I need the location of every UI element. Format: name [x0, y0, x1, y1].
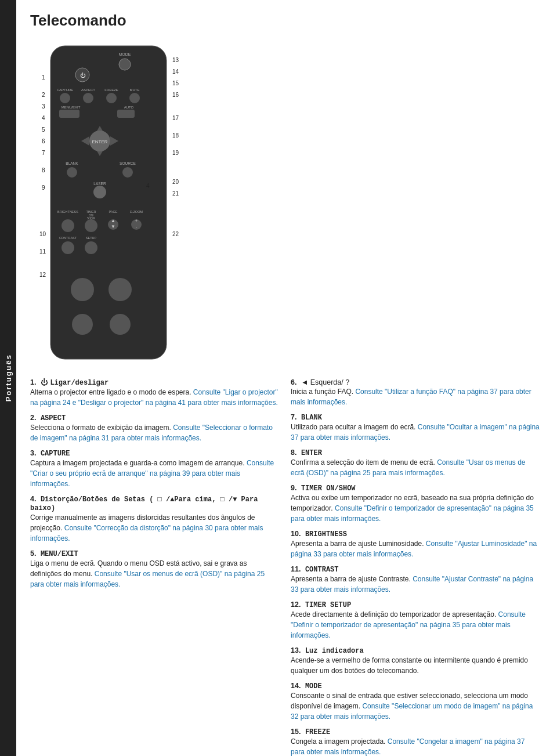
svg-point-32	[83, 93, 93, 103]
desc-label-5: MENU/EXIT	[41, 550, 78, 558]
svg-text:13: 13	[172, 57, 179, 63]
svg-text:19: 19	[172, 150, 179, 156]
desc-num-5: 5.	[30, 549, 36, 558]
desc-item-12: 12. TIMER SETUP Acede directamente à def…	[291, 601, 540, 641]
desc-item-1: 1. ⏻ Ligar/desligar Alterna o projector …	[30, 378, 279, 408]
svg-text:PAGE: PAGE	[109, 210, 118, 214]
svg-point-47	[67, 167, 77, 178]
svg-point-68	[62, 241, 74, 254]
svg-text:15: 15	[172, 80, 179, 86]
svg-point-71	[108, 278, 132, 301]
desc-item-11: 11. CONTRAST Apresenta a barra de ajuste…	[291, 565, 540, 595]
desc-item-7: 7. BLANK Utilizado para ocultar a imagem…	[291, 413, 540, 443]
desc-label-2: ASPECT	[41, 414, 66, 422]
desc-item-14: 14. MODE Consoante o sinal de entrada qu…	[291, 682, 540, 722]
desc-num-1: 1.	[30, 378, 36, 386]
svg-text:D.ZOOM: D.ZOOM	[130, 210, 143, 214]
svg-text:8: 8	[42, 167, 45, 173]
desc-body-5: Liga o menu de ecrã. Quando o menu OSD e…	[30, 559, 265, 588]
svg-text:SOURCE: SOURCE	[120, 161, 136, 165]
desc-item-15: 15. FREEZE Congela a imagem projectada. …	[291, 728, 540, 756]
svg-rect-37	[59, 110, 79, 118]
svg-text:AUTO: AUTO	[124, 106, 134, 109]
svg-text:18: 18	[172, 132, 179, 139]
desc-link-4[interactable]: Consulte "Correcção da distorção" na pág…	[30, 524, 263, 542]
svg-text:+: +	[135, 218, 138, 223]
svg-text:4: 4	[146, 183, 150, 189]
svg-text:17: 17	[172, 115, 179, 121]
svg-text:MUTE: MUTE	[130, 88, 140, 92]
svg-point-33	[106, 93, 117, 103]
desc-item-4: 4. Distorção/Botões de Setas ( □ /▲Para …	[30, 495, 279, 544]
right-descriptions: 6. ◄ Esquerda/ ? Inicia a função FAQ. Co…	[291, 378, 540, 756]
svg-point-48	[122, 167, 133, 178]
desc-body-3: Captura a imagem projectada e guarda-a c…	[30, 459, 274, 488]
svg-text:BRIGHTNESS: BRIGHTNESS	[57, 210, 78, 214]
svg-text:TIMER: TIMER	[86, 210, 96, 214]
svg-text:▼: ▼	[111, 224, 115, 229]
svg-rect-38	[117, 110, 135, 118]
remote-svg: 13 14 15 16 17 18 19 20 21 22 1 2 3 4 5 …	[30, 40, 187, 365]
svg-point-70	[71, 278, 94, 301]
svg-text:2: 2	[42, 92, 45, 98]
svg-text:BLANK: BLANK	[66, 161, 78, 165]
sidebar-label: Português	[4, 354, 13, 401]
svg-text:4: 4	[42, 115, 45, 121]
svg-text:CAPTURE: CAPTURE	[57, 88, 74, 92]
remote-control-image: 13 14 15 16 17 18 19 20 21 22 1 2 3 4 5 …	[30, 40, 198, 367]
svg-text:11: 11	[39, 248, 46, 255]
svg-text:6: 6	[42, 138, 45, 144]
svg-text:MENU/EXIT: MENU/EXIT	[62, 106, 81, 109]
desc-item-5: 5. MENU/EXIT Liga o menu de ecrã. Quando…	[30, 549, 279, 589]
desc-num-6: 6.	[291, 378, 296, 386]
svg-text:7: 7	[42, 150, 45, 156]
svg-text:16: 16	[172, 92, 179, 98]
svg-rect-0	[50, 46, 167, 359]
svg-point-58	[62, 219, 74, 232]
desc-body-4: Corrige manualmente as imagens distorcid…	[30, 513, 263, 542]
svg-point-69	[85, 241, 97, 254]
desc-num-2: 2.	[30, 414, 36, 422]
svg-text:20: 20	[172, 179, 179, 185]
desc-body-1: Alterna o projector entre ligado e o mod…	[30, 388, 278, 407]
svg-text:⏻: ⏻	[80, 73, 86, 78]
svg-text:CONTRAST: CONTRAST	[59, 236, 77, 240]
desc-item-6: 6. ◄ Esquerda/ ? Inicia a função FAQ. Co…	[291, 378, 540, 407]
desc-num-3: 3.	[30, 449, 36, 457]
svg-text:5: 5	[42, 126, 45, 133]
svg-text:10: 10	[39, 231, 46, 237]
svg-text:14: 14	[172, 68, 179, 75]
svg-point-72	[72, 314, 93, 335]
svg-text:MODE: MODE	[119, 52, 131, 56]
left-descriptions: 1. ⏻ Ligar/desligar Alterna o projector …	[30, 378, 279, 756]
desc-item-10: 10. BRIGHTNESS Apresenta a barra de ajus…	[291, 530, 540, 559]
desc-item-2: 2. ASPECT Selecciona o formato de exibiç…	[30, 414, 279, 443]
svg-text:21: 21	[172, 190, 179, 197]
svg-point-51	[93, 186, 106, 198]
sidebar-tab: Português	[0, 0, 16, 756]
svg-point-59	[85, 219, 97, 232]
svg-text:LASER: LASER	[93, 182, 106, 186]
svg-text:12: 12	[39, 272, 46, 278]
desc-body-2: Selecciona o formato de exibição da imag…	[30, 424, 273, 442]
desc-label-3: CAPTURE	[41, 450, 70, 458]
svg-text:3: 3	[42, 103, 45, 110]
svg-point-34	[129, 93, 140, 103]
svg-point-73	[110, 314, 131, 335]
svg-text:9: 9	[42, 185, 45, 191]
desc-item-9: 9. TIMER ON/SHOW Activa ou exibe um temp…	[291, 484, 540, 524]
desc-num-4: 4.	[30, 495, 36, 503]
desc-label-4: Distorção/Botões de Setas ( □ /▲Para cim…	[30, 495, 258, 512]
desc-item-3: 3. CAPTURE Captura a imagem projectada e…	[30, 449, 279, 489]
desc-item-13: 13. Luz indicadora Acende-se a vermelho …	[291, 646, 540, 676]
svg-text:ASPECT: ASPECT	[81, 88, 95, 92]
svg-text:FREEZE: FREEZE	[104, 88, 118, 92]
svg-text:SETUP: SETUP	[86, 236, 97, 240]
svg-text:-: -	[136, 224, 138, 229]
svg-text:1: 1	[42, 74, 45, 81]
desc-label-1: Ligar/desligar	[50, 379, 108, 387]
svg-point-24	[119, 59, 131, 70]
desc-item-8: 8. ENTER Confirma a selecção do item de …	[291, 448, 540, 478]
svg-text:ENTER: ENTER	[92, 139, 107, 144]
page-title: Telecomando	[30, 12, 540, 30]
